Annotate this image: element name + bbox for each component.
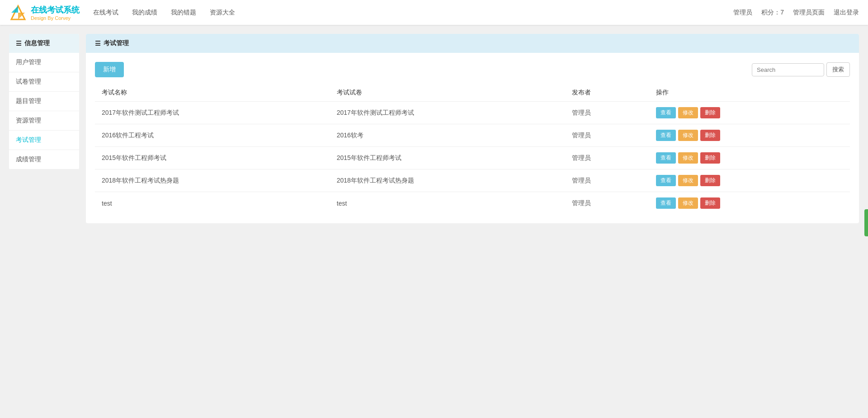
cell-exam-paper: 2016软考	[330, 124, 565, 147]
cell-action: 查看修改删除	[649, 124, 850, 147]
sidebar-item-exam-management[interactable]: 考试管理	[9, 131, 79, 150]
svg-marker-1	[11, 6, 18, 13]
cell-exam-paper: 2015年软件工程师考试	[330, 147, 565, 169]
action-buttons: 查看修改删除	[656, 152, 843, 164]
col-action: 操作	[649, 84, 850, 102]
cell-publisher: 管理员	[565, 192, 649, 215]
cell-action: 查看修改删除	[649, 169, 850, 192]
col-exam-paper: 考试试卷	[330, 84, 565, 102]
logo-sub: Design By Corvey	[31, 15, 80, 21]
cell-exam-paper: 2017年软件测试工程师考试	[330, 102, 565, 124]
main-layout: ☰ 信息管理 用户管理 试卷管理 题目管理 资源管理 考试管理 成绩管理 ☰ 考…	[0, 25, 868, 232]
toolbar: 新增 搜索	[95, 62, 850, 77]
cell-publisher: 管理员	[565, 102, 649, 124]
content-title: 考试管理	[104, 39, 129, 47]
admin-page-link[interactable]: 管理员页面	[793, 9, 825, 17]
col-publisher: 发布者	[565, 84, 649, 102]
sidebar-item-resource-management[interactable]: 资源管理	[9, 111, 79, 131]
cell-publisher: 管理员	[565, 124, 649, 147]
sidebar-header: ☰ 信息管理	[9, 34, 79, 53]
search-button[interactable]: 搜索	[826, 62, 850, 77]
action-buttons: 查看修改删除	[656, 175, 843, 186]
nav-online-exam[interactable]: 在线考试	[93, 6, 118, 19]
sidebar-title: 信息管理	[24, 39, 50, 47]
view-button[interactable]: 查看	[656, 130, 676, 141]
nav-my-mistakes[interactable]: 我的错题	[171, 6, 196, 19]
nav-my-scores[interactable]: 我的成绩	[132, 6, 157, 19]
content-body: 新增 搜索 考试名称 考试试卷 发布者 操作 2017年软件测试工程	[86, 53, 859, 223]
view-button[interactable]: 查看	[656, 197, 676, 209]
cell-action: 查看修改删除	[649, 147, 850, 169]
cell-exam-paper: 2018年软件工程考试热身题	[330, 169, 565, 192]
logo-main: 在线考试系统	[31, 5, 80, 15]
cell-exam-name: 2016软件工程考试	[95, 124, 330, 147]
edit-button[interactable]: 修改	[678, 197, 698, 209]
cell-exam-name: 2018年软件工程考试热身题	[95, 169, 330, 192]
delete-button[interactable]: 删除	[700, 197, 720, 209]
header-right: 管理员 积分：7 管理员页面 退出登录	[733, 9, 859, 17]
table-row: testtest管理员查看修改删除	[95, 192, 850, 215]
cell-exam-paper: test	[330, 192, 565, 215]
edit-button[interactable]: 修改	[678, 175, 698, 186]
action-buttons: 查看修改删除	[656, 130, 843, 141]
logo-text: 在线考试系统 Design By Corvey	[31, 5, 80, 21]
header: 在线考试系统 Design By Corvey 在线考试 我的成绩 我的错题 资…	[0, 0, 868, 25]
scroll-indicator	[864, 209, 868, 233]
nav-resources[interactable]: 资源大全	[210, 6, 235, 19]
cell-exam-name: 2017年软件测试工程师考试	[95, 102, 330, 124]
view-button[interactable]: 查看	[656, 152, 676, 164]
content-header: ☰ 考试管理	[86, 34, 859, 53]
sidebar-item-score-management[interactable]: 成绩管理	[9, 150, 79, 169]
delete-button[interactable]: 删除	[700, 175, 720, 186]
exam-table: 考试名称 考试试卷 发布者 操作 2017年软件测试工程师考试2017年软件测试…	[95, 84, 850, 214]
cell-exam-name: test	[95, 192, 330, 215]
user-score: 积分：7	[761, 9, 784, 17]
action-buttons: 查看修改删除	[656, 197, 843, 209]
cell-exam-name: 2015年软件工程师考试	[95, 147, 330, 169]
logo-icon	[9, 4, 27, 22]
add-button[interactable]: 新增	[95, 62, 124, 77]
nav-menu: 在线考试 我的成绩 我的错题 资源大全	[93, 6, 235, 19]
cell-action: 查看修改删除	[649, 102, 850, 124]
delete-button[interactable]: 删除	[700, 130, 720, 141]
view-button[interactable]: 查看	[656, 175, 676, 186]
delete-button[interactable]: 删除	[700, 152, 720, 164]
cell-action: 查看修改删除	[649, 192, 850, 215]
content-area: ☰ 考试管理 新增 搜索 考试名称 考试试卷 发布者 操作	[86, 34, 859, 223]
sidebar-item-paper-management[interactable]: 试卷管理	[9, 72, 79, 92]
sidebar-list-icon: ☰	[16, 40, 22, 47]
table-row: 2017年软件测试工程师考试2017年软件测试工程师考试管理员查看修改删除	[95, 102, 850, 124]
user-name: 管理员	[733, 9, 752, 17]
cell-publisher: 管理员	[565, 147, 649, 169]
edit-button[interactable]: 修改	[678, 107, 698, 118]
table-row: 2018年软件工程考试热身题2018年软件工程考试热身题管理员查看修改删除	[95, 169, 850, 192]
edit-button[interactable]: 修改	[678, 152, 698, 164]
sidebar-item-user-management[interactable]: 用户管理	[9, 53, 79, 72]
logout-link[interactable]: 退出登录	[834, 9, 859, 17]
table-row: 2015年软件工程师考试2015年软件工程师考试管理员查看修改删除	[95, 147, 850, 169]
delete-button[interactable]: 删除	[700, 107, 720, 118]
sidebar: ☰ 信息管理 用户管理 试卷管理 题目管理 资源管理 考试管理 成绩管理	[9, 34, 79, 169]
view-button[interactable]: 查看	[656, 107, 676, 118]
search-input[interactable]	[752, 63, 824, 76]
logo-area: 在线考试系统 Design By Corvey	[9, 4, 80, 22]
col-exam-name: 考试名称	[95, 84, 330, 102]
edit-button[interactable]: 修改	[678, 130, 698, 141]
search-area: 搜索	[752, 62, 850, 77]
table-row: 2016软件工程考试2016软考管理员查看修改删除	[95, 124, 850, 147]
table-header-row: 考试名称 考试试卷 发布者 操作	[95, 84, 850, 102]
cell-publisher: 管理员	[565, 169, 649, 192]
action-buttons: 查看修改删除	[656, 107, 843, 118]
sidebar-item-question-management[interactable]: 题目管理	[9, 92, 79, 111]
content-header-icon: ☰	[95, 40, 101, 47]
